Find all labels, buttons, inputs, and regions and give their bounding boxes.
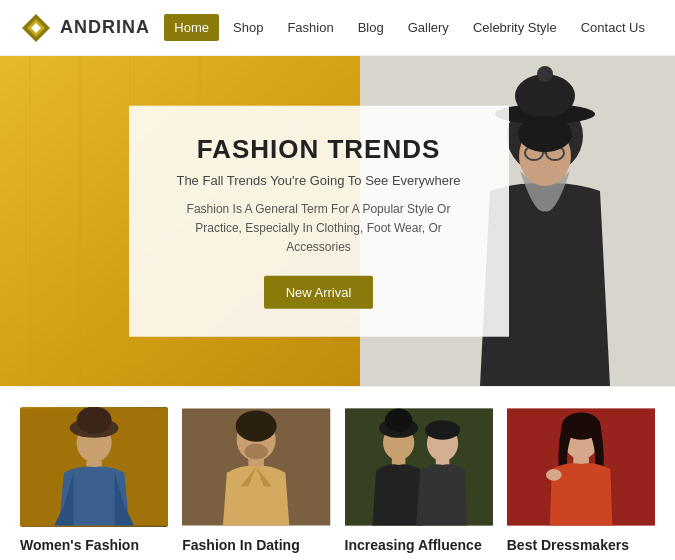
header: ANDRINA Home Shop Fashion Blog Gallery C…: [0, 0, 675, 56]
svg-rect-14: [536, 171, 554, 191]
nav-shop[interactable]: Shop: [223, 14, 273, 41]
svg-point-16: [525, 146, 543, 160]
svg-point-24: [77, 407, 112, 434]
main-nav: Home Shop Fashion Blog Gallery Celebrity…: [164, 14, 655, 41]
card-womens-fashion: Women's Fashion The pace of change accel…: [20, 407, 168, 560]
card-title-1: Women's Fashion: [20, 537, 168, 553]
svg-point-38: [424, 420, 459, 440]
hero-subtitle: The Fall Trends You're Going To See Ever…: [165, 173, 473, 188]
card-title-2: Fashion In Dating: [182, 537, 330, 553]
card-image-2: [182, 407, 330, 527]
card-increasing-affluence: Increasing Affluence Mostly originating …: [345, 407, 493, 560]
svg-point-19: [518, 116, 572, 152]
svg-point-12: [515, 74, 575, 118]
svg-point-17: [546, 146, 564, 160]
nav-gallery[interactable]: Gallery: [398, 14, 459, 41]
cards-grid: Women's Fashion The pace of change accel…: [20, 407, 655, 560]
card-fashion-dating: Fashion In Dating Art historians are the…: [182, 407, 330, 560]
nav-contact[interactable]: Contact Us: [571, 14, 655, 41]
svg-point-10: [507, 98, 583, 174]
logo-text: ANDRINA: [60, 17, 150, 38]
svg-point-15: [519, 126, 571, 186]
svg-point-45: [546, 469, 562, 481]
new-arrival-button[interactable]: New Arrival: [264, 275, 374, 308]
nav-fashion[interactable]: Fashion: [277, 14, 343, 41]
card-title-3: Increasing Affluence: [345, 537, 493, 553]
card-image-1: [20, 407, 168, 527]
svg-point-35: [384, 408, 411, 431]
hero-section: FASHION TRENDS The Fall Trends You're Go…: [0, 56, 675, 386]
logo-icon: [20, 12, 52, 44]
svg-point-11: [495, 104, 595, 124]
card-title-4: Best Dressmakers: [507, 537, 655, 553]
svg-point-13: [537, 66, 553, 82]
nav-blog[interactable]: Blog: [348, 14, 394, 41]
card-image-3: [345, 407, 493, 527]
cards-section: Women's Fashion The pace of change accel…: [0, 386, 675, 560]
nav-home[interactable]: Home: [164, 14, 219, 41]
svg-point-30: [245, 444, 268, 460]
card-best-dressmakers: Best Dressmakers Although tailors and dr…: [507, 407, 655, 560]
logo: ANDRINA: [20, 12, 150, 44]
svg-point-29: [236, 410, 277, 441]
hero-content-box: FASHION TRENDS The Fall Trends You're Go…: [129, 106, 509, 337]
hero-description: Fashion Is A General Term For A Popular …: [165, 200, 473, 258]
card-image-4: [507, 407, 655, 527]
nav-celebrity-style[interactable]: Celebrity Style: [463, 14, 567, 41]
hero-title: FASHION TRENDS: [165, 134, 473, 165]
